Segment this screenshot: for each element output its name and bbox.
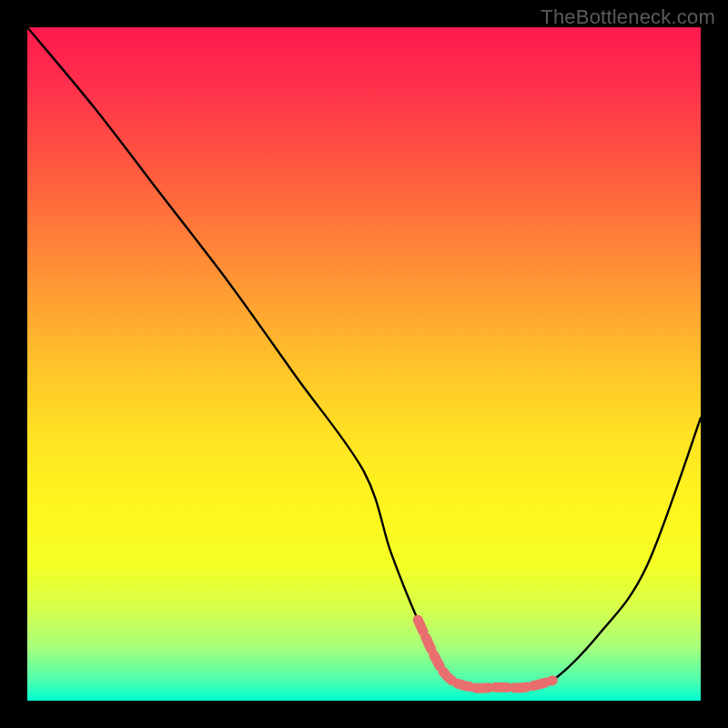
sweet-spot-highlight — [418, 620, 552, 688]
curve-svg — [27, 27, 701, 701]
chart-container: TheBottleneck.com — [0, 0, 728, 728]
watermark-text: TheBottleneck.com — [541, 5, 715, 29]
plot-area — [27, 27, 701, 701]
bottleneck-curve — [27, 27, 701, 688]
